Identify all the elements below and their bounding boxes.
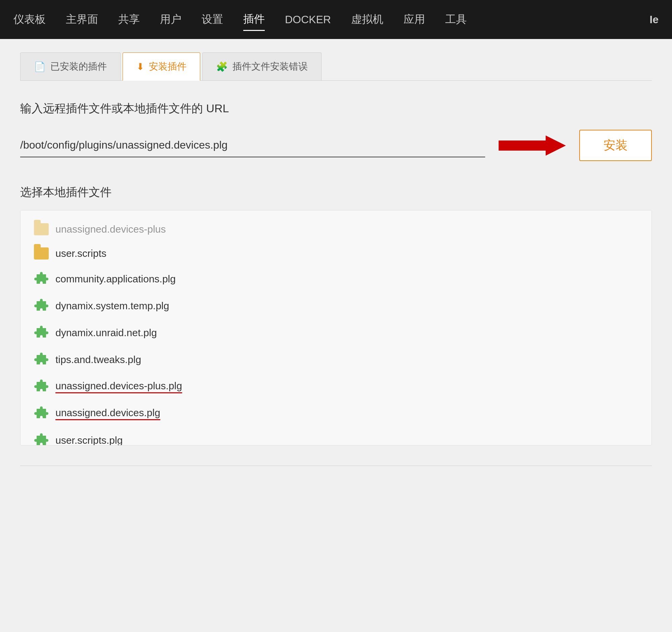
nav-dashboard[interactable]: 仪表板 (14, 9, 46, 30)
url-row: 安装 (20, 130, 652, 161)
file-name: unassigned.devices.plg (55, 407, 160, 420)
plugin-icon (34, 325, 49, 340)
nav-apps[interactable]: 应用 (404, 9, 425, 30)
file-list-container[interactable]: unassigned.devices-plus user.scripts com… (20, 210, 652, 445)
file-name: unassigned.devices-plus.plg (55, 380, 182, 393)
tab-install-label: 安装插件 (149, 60, 187, 73)
plugin-icon (34, 299, 49, 313)
url-section-title: 输入远程插件文件或本地插件文件的 URL (20, 101, 652, 116)
list-item[interactable]: user.scripts.plg (21, 427, 651, 445)
arrow-container (499, 136, 566, 156)
list-item[interactable]: dynamix.unraid.net.plg (21, 319, 651, 346)
list-item[interactable]: dynamix.system.temp.plg (21, 292, 651, 319)
install-icon: ⬇ (137, 61, 144, 72)
url-input-wrapper (20, 134, 485, 157)
nav-vm[interactable]: 虚拟机 (351, 9, 383, 30)
tab-install[interactable]: ⬇ 安装插件 (123, 52, 200, 81)
install-button[interactable]: 安装 (579, 130, 652, 161)
nav-tools[interactable]: 工具 (445, 9, 467, 30)
list-item[interactable]: unassigned.devices-plus (21, 217, 651, 241)
plugin-icon (34, 352, 49, 367)
list-item[interactable]: community.applications.plg (21, 265, 651, 292)
bottom-divider (20, 466, 652, 466)
tab-error[interactable]: 🧩 插件文件安装错误 (202, 52, 321, 80)
nav-plugins[interactable]: 插件 (243, 8, 265, 31)
nav-main[interactable]: 主界面 (66, 9, 98, 30)
nav-user[interactable]: 用户 (160, 9, 182, 30)
plugin-icon (34, 272, 49, 286)
folder-icon (34, 223, 49, 235)
file-name: tips.and.tweaks.plg (55, 354, 141, 366)
corner-ie: Ie (649, 14, 658, 26)
file-name: community.applications.plg (55, 273, 176, 285)
top-navigation: 仪表板 主界面 共享 用户 设置 插件 DOCKER 虚拟机 应用 工具 Ie (0, 0, 672, 39)
nav-share[interactable]: 共享 (118, 9, 140, 30)
svg-marker-0 (499, 136, 566, 156)
tab-installed[interactable]: 📄 已安装的插件 (20, 52, 121, 80)
list-item[interactable]: unassigned.devices-plus.plg (21, 373, 651, 400)
list-item[interactable]: user.scripts (21, 241, 651, 265)
list-item[interactable]: tips.and.tweaks.plg (21, 346, 651, 373)
plugin-icon (34, 379, 49, 394)
nav-docker[interactable]: DOCKER (285, 10, 331, 29)
list-item[interactable]: unassigned.devices.plg (21, 400, 651, 427)
error-icon: 🧩 (216, 61, 228, 72)
tab-error-label: 插件文件安装错误 (233, 60, 308, 73)
folder-icon (34, 248, 49, 259)
tabs-row: 📄 已安装的插件 ⬇ 安装插件 🧩 插件文件安装错误 (20, 52, 652, 81)
file-name: dynamix.system.temp.plg (55, 300, 169, 312)
file-name: dynamix.unraid.net.plg (55, 327, 157, 338)
plugin-icon (34, 433, 49, 445)
installed-icon: 📄 (34, 61, 46, 72)
file-name: user.scripts.plg (55, 435, 123, 445)
red-arrow-icon (499, 136, 566, 156)
filebrowser-title: 选择本地插件文件 (20, 185, 652, 200)
nav-settings[interactable]: 设置 (201, 9, 223, 30)
plugin-icon (34, 406, 49, 421)
file-name: unassigned.devices-plus (55, 224, 166, 235)
url-input[interactable] (20, 134, 485, 157)
file-name: user.scripts (55, 248, 106, 259)
main-content: 📄 已安装的插件 ⬇ 安装插件 🧩 插件文件安装错误 输入远程插件文件或本地插件… (0, 39, 672, 479)
tab-installed-label: 已安装的插件 (50, 60, 107, 73)
